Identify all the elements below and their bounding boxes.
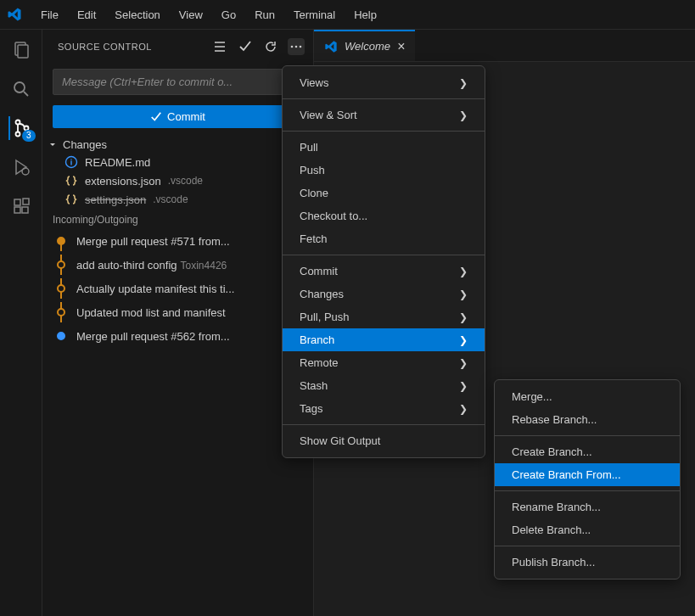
menu-item-label: Show Git Output (300, 434, 380, 447)
menu-separator (495, 435, 680, 436)
menu-separator (283, 131, 485, 132)
menu-item-delete-branch[interactable]: Delete Branch... (495, 518, 680, 541)
file-row[interactable]: settings.json.vscode (42, 190, 313, 209)
menu-item-label: Tags (300, 402, 322, 415)
menu-item-label: Fetch (300, 232, 328, 245)
commit-msg: add auto-third configToxin4426 (76, 259, 227, 272)
menu-item-merge[interactable]: Merge... (495, 385, 680, 408)
extensions-icon[interactable] (9, 194, 33, 218)
run-debug-icon[interactable] (9, 155, 33, 179)
svg-point-3 (15, 120, 20, 125)
source-control-sidebar: SOURCE CONTROL Message (Ctrl+Enter to co… (42, 30, 314, 616)
commit-row[interactable]: Merge pull request #571 from... (42, 229, 313, 253)
commit-msg: Actually update manifest this ti... (76, 283, 234, 295)
scm-badge: 3 (22, 130, 36, 142)
file-row[interactable]: extensions.json.vscode (42, 171, 313, 190)
menu-item-clone[interactable]: Clone (283, 182, 485, 204)
menu-item-checkout-to[interactable]: Checkout to... (283, 204, 485, 227)
menu-item-label: Remote (300, 356, 339, 369)
commit-button-label: Commit (167, 110, 205, 123)
menu-item-label: Views (300, 76, 328, 89)
menu-item-show-git-output[interactable]: Show Git Output (283, 429, 485, 452)
menu-item-remote[interactable]: Remote❯ (283, 351, 485, 374)
menu-item-view-sort[interactable]: View & Sort❯ (283, 104, 485, 126)
tab-bar: Welcome × (314, 30, 695, 62)
activity-bar: 3 (0, 30, 42, 616)
menu-item-publish-branch[interactable]: Publish Branch... (495, 551, 680, 574)
view-as-tree-icon[interactable] (211, 38, 228, 55)
commit-row[interactable]: add auto-third configToxin4426 (42, 253, 313, 277)
file-path: .vscode (168, 175, 203, 187)
chevron-right-icon: ❯ (459, 380, 468, 392)
commit-row[interactable]: Merge pull request #562 from... (42, 324, 313, 348)
title-bar: File Edit Selection View Go Run Terminal… (0, 0, 695, 30)
menu-item-commit[interactable]: Commit❯ (283, 260, 485, 283)
source-control-icon[interactable]: 3 (8, 116, 32, 140)
menu-item-create-branch-from[interactable]: Create Branch From... (495, 463, 680, 486)
menu-item-label: Pull (300, 141, 318, 154)
menu-item-pull[interactable]: Pull (283, 136, 485, 159)
menu-go[interactable]: Go (213, 5, 244, 25)
svg-rect-10 (23, 199, 29, 204)
tab-title: Welcome (345, 40, 390, 53)
scm-more-menu: Views❯View & Sort❯PullPushCloneCheckout … (282, 65, 485, 458)
menu-item-label: Pull, Push (300, 311, 350, 323)
menu-separator (283, 255, 485, 255)
menu-item-label: Commit (300, 265, 338, 277)
svg-rect-1 (18, 45, 28, 58)
menu-file[interactable]: File (32, 5, 67, 25)
menu-item-views[interactable]: Views❯ (283, 71, 485, 94)
menu-edit[interactable]: Edit (69, 5, 104, 25)
sidebar-title: SOURCE CONTROL (58, 42, 152, 52)
commit-row[interactable]: Actually update manifest this ti... (42, 277, 313, 300)
commit-button[interactable]: Commit (53, 105, 303, 128)
menu-selection[interactable]: Selection (106, 5, 168, 25)
file-name: README.md (85, 156, 150, 169)
menu-item-label: Create Branch From... (512, 468, 621, 481)
menu-item-changes[interactable]: Changes❯ (283, 283, 485, 305)
menu-item-label: Stash (300, 379, 328, 392)
commit-row[interactable]: Updated mod list and manifest (42, 300, 313, 324)
chevron-right-icon: ❯ (459, 288, 468, 300)
vscode-logo-icon (7, 7, 22, 22)
menu-separator (495, 546, 680, 546)
chevron-right-icon: ❯ (459, 77, 468, 89)
branch-submenu: Merge...Rebase Branch...Create Branch...… (494, 379, 681, 580)
menu-separator (283, 424, 485, 425)
refresh-icon[interactable] (262, 38, 279, 55)
commit-message-input[interactable]: Message (Ctrl+Enter to commit o... (53, 69, 303, 95)
svg-rect-9 (22, 207, 28, 213)
commit-msg: Merge pull request #571 from... (76, 235, 230, 248)
more-actions-icon[interactable] (288, 38, 305, 55)
svg-point-13 (300, 46, 302, 48)
incoming-outgoing-label[interactable]: Incoming/Outgoing (42, 209, 313, 229)
menu-item-tags[interactable]: Tags❯ (283, 397, 485, 420)
menu-help[interactable]: Help (345, 5, 385, 25)
file-path: .vscode (153, 193, 188, 205)
menu-view[interactable]: View (171, 5, 211, 25)
svg-point-4 (15, 132, 20, 137)
svg-rect-8 (14, 207, 20, 213)
menu-terminal[interactable]: Terminal (285, 5, 344, 25)
close-icon[interactable]: × (397, 39, 405, 54)
menu-item-label: View & Sort (300, 109, 357, 121)
chevron-right-icon: ❯ (459, 266, 468, 277)
menu-item-rebase-branch[interactable]: Rebase Branch... (495, 408, 680, 431)
menu-item-stash[interactable]: Stash❯ (283, 374, 485, 397)
tab-welcome[interactable]: Welcome × (314, 30, 415, 61)
changes-section[interactable]: Changes (42, 133, 313, 153)
menu-item-pull-push[interactable]: Pull, Push❯ (283, 305, 485, 328)
menu-item-rename-branch[interactable]: Rename Branch... (495, 496, 680, 518)
menu-item-create-branch[interactable]: Create Branch... (495, 440, 680, 463)
explorer-icon[interactable] (9, 38, 33, 62)
search-icon[interactable] (9, 77, 33, 101)
menu-item-branch[interactable]: Branch❯ (283, 328, 485, 351)
menu-item-label: Delete Branch... (512, 524, 591, 536)
commit-check-icon[interactable] (237, 38, 254, 55)
menu-run[interactable]: Run (246, 5, 283, 25)
menu-item-label: Rename Branch... (512, 501, 601, 513)
menu-item-push[interactable]: Push (283, 159, 485, 182)
file-row[interactable]: README.md (42, 153, 313, 171)
menu-item-fetch[interactable]: Fetch (283, 227, 485, 250)
file-name: extensions.json (85, 175, 161, 188)
